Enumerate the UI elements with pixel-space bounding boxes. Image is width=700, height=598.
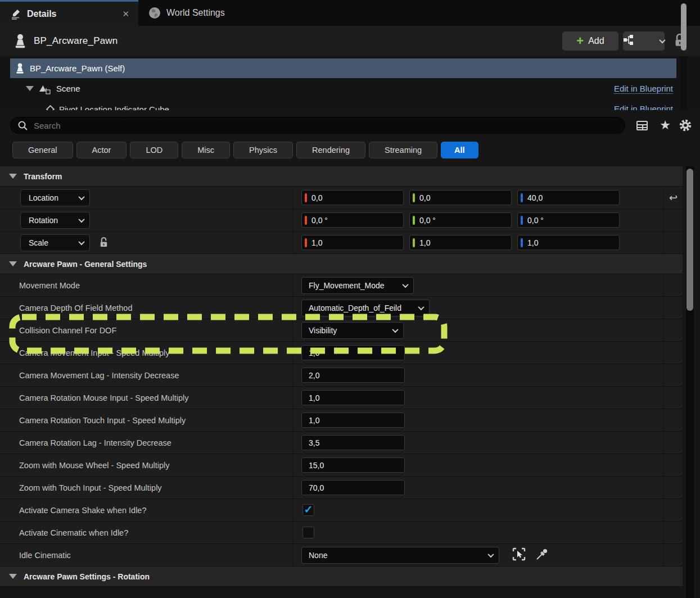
rotation-dropdown-label: Rotation xyxy=(29,216,58,225)
cam-rot-lag-field[interactable] xyxy=(301,435,405,450)
add-component-button[interactable]: + Add xyxy=(562,31,618,51)
axis-z-bar xyxy=(521,193,523,202)
node-graph-icon xyxy=(623,34,634,48)
row-cam-rot-touch-speed: Camera Rotation Touch Input - Speed Mult… xyxy=(0,409,683,432)
tree-scrollbar-track[interactable] xyxy=(680,56,688,110)
filter-rendering[interactable]: Rendering xyxy=(296,142,365,158)
chevron-down-icon xyxy=(78,238,84,244)
component-tree: BP_Arcware_Pawn (Self) Scene Edit in Blu… xyxy=(0,56,700,110)
chevron-down-icon xyxy=(392,326,398,332)
collision-channel-dropdown[interactable]: Visibility xyxy=(301,322,404,339)
dof-method-dropdown[interactable]: Automatic_Depth_of_Feild xyxy=(301,300,430,316)
section-transform[interactable]: Transform xyxy=(0,166,683,187)
reset-to-default-icon[interactable]: ↩ xyxy=(669,192,678,204)
search-box[interactable] xyxy=(10,117,625,134)
row-cinematic-idle: Activate Cinematic when Idle? xyxy=(0,522,683,544)
close-icon[interactable]: ✕ xyxy=(122,9,129,19)
plus-icon: + xyxy=(576,35,584,47)
row-cam-move-speed: Camera Movement Input - Speed Multiply xyxy=(0,342,683,364)
location-y-field[interactable]: 0,0 xyxy=(409,190,512,205)
tab-bar: Details ✕ World Settings xyxy=(0,0,700,26)
scale-y-field[interactable]: 1,0 xyxy=(409,235,512,250)
cam-move-lag-field[interactable] xyxy=(301,368,405,383)
scale-unlock-icon[interactable] xyxy=(99,237,109,248)
tree-item-scene[interactable]: Scene Edit in Blueprint xyxy=(10,79,676,98)
rotation-x-field[interactable]: 0,0 ° xyxy=(301,212,404,228)
pencil-icon xyxy=(10,8,21,20)
row-zoom-mouse-speed: Zoom with Mouse Wheel - Speed Multiply xyxy=(0,454,683,477)
cam-rot-touch-speed-field[interactable] xyxy=(301,413,405,428)
row-camera-shake-idle: Activate Camera Shake when Idle? ✓ xyxy=(0,499,683,522)
chevron-down-icon xyxy=(487,551,494,557)
cinematic-idle-checkbox[interactable] xyxy=(302,527,314,538)
tab-world-settings[interactable]: World Settings xyxy=(138,0,279,26)
location-z-field[interactable]: 40,0 xyxy=(517,190,620,205)
section-rotation-settings[interactable]: Arcware Pawn Settings - Rotation xyxy=(0,567,683,587)
eyedropper-icon[interactable] xyxy=(535,547,549,563)
filter-streaming[interactable]: Streaming xyxy=(369,142,437,158)
camera-shake-checkbox[interactable]: ✓ xyxy=(302,504,314,516)
filter-physics[interactable]: Physics xyxy=(233,142,293,158)
scale-dropdown-label: Scale xyxy=(29,238,48,247)
chevron-down-icon xyxy=(418,303,424,310)
filter-lod[interactable]: LOD xyxy=(130,142,178,158)
edit-in-blueprint-link-2[interactable]: Edit in Blueprint xyxy=(614,104,673,110)
properties-panel: Transform Location 0,0 0,0 40,0 ↩ Rotati… xyxy=(0,166,683,598)
expander-arrow-icon[interactable] xyxy=(26,86,34,91)
filter-general[interactable]: General xyxy=(12,142,73,158)
zoom-touch-speed-field[interactable] xyxy=(301,480,405,495)
edit-in-blueprint-link[interactable]: Edit in Blueprint xyxy=(614,84,673,94)
section-collapse-icon[interactable] xyxy=(9,261,17,266)
pawn-icon xyxy=(15,34,26,48)
movement-mode-dropdown[interactable]: Fly_Movement_Mode xyxy=(301,277,414,294)
row-movement-mode: Movement Mode Fly_Movement_Mode xyxy=(0,274,683,297)
properties-scrollbar-thumb[interactable] xyxy=(687,169,693,311)
cube-component-icon xyxy=(46,105,55,110)
tree-scrollbar-thumb[interactable] xyxy=(681,3,687,51)
axis-y-bar xyxy=(413,216,415,225)
filter-misc[interactable]: Misc xyxy=(182,142,230,158)
add-button-label: Add xyxy=(588,36,604,46)
section-collapse-icon[interactable] xyxy=(9,574,17,579)
scene-component-icon xyxy=(38,83,51,94)
scale-x-field[interactable]: 1,0 xyxy=(301,235,404,250)
location-x-field[interactable]: 0,0 xyxy=(301,190,404,205)
tab-details[interactable]: Details ✕ xyxy=(0,0,138,26)
rotation-y-field[interactable]: 0,0 ° xyxy=(409,212,512,228)
location-dropdown[interactable]: Location xyxy=(20,189,90,206)
scale-z-field[interactable]: 1,0 xyxy=(517,235,620,250)
search-toolbar: ★ xyxy=(0,111,700,138)
zoom-mouse-speed-field[interactable] xyxy=(301,457,405,473)
row-dof-method: Camera Depth Of Field Method Automatic_D… xyxy=(0,297,683,319)
object-header: BP_Arcware_Pawn + Add xyxy=(0,26,700,56)
axis-y-bar xyxy=(413,193,415,202)
tree-item-partial[interactable]: Pivot Location Indicator Cube Edit in Bl… xyxy=(10,99,676,110)
section-general-title: Arcware Pawn - General Settings xyxy=(24,260,147,269)
blueprint-hierarchy-button[interactable] xyxy=(623,31,665,51)
row-idle-cinematic: Idle Cinematic None xyxy=(0,544,683,567)
globe-icon xyxy=(148,7,161,19)
axis-x-bar xyxy=(305,193,307,202)
section-collapse-icon[interactable] xyxy=(9,174,17,179)
scale-dropdown[interactable]: Scale xyxy=(20,234,90,251)
row-cam-move-lag: Camera Movement Lag - Intensity Decrease xyxy=(0,364,683,387)
tree-item-scene-label: Scene xyxy=(56,84,80,93)
rotation-z-field[interactable]: 0,0 ° xyxy=(517,212,620,228)
row-cam-rot-mouse-speed: Camera Rotation Mouse Input - Speed Mult… xyxy=(0,387,683,409)
favorites-icon[interactable]: ★ xyxy=(658,118,672,133)
chevron-down-icon xyxy=(659,37,665,43)
property-matrix-icon[interactable] xyxy=(635,118,649,133)
pick-actor-icon[interactable] xyxy=(512,547,526,564)
chevron-down-icon xyxy=(78,193,84,200)
settings-gear-icon[interactable] xyxy=(678,118,693,133)
rotation-dropdown[interactable]: Rotation xyxy=(20,212,90,229)
tree-item-self[interactable]: BP_Arcware_Pawn (Self) xyxy=(10,58,676,78)
section-general-settings[interactable]: Arcware Pawn - General Settings xyxy=(0,254,683,274)
idle-cinematic-dropdown[interactable]: None xyxy=(301,547,499,564)
search-input[interactable] xyxy=(34,121,586,130)
filter-all[interactable]: All xyxy=(441,142,478,158)
tab-world-settings-label: World Settings xyxy=(166,8,225,18)
filter-actor[interactable]: Actor xyxy=(76,142,127,158)
cam-move-speed-field[interactable] xyxy=(301,345,405,360)
cam-rot-mouse-speed-field[interactable] xyxy=(301,390,405,405)
